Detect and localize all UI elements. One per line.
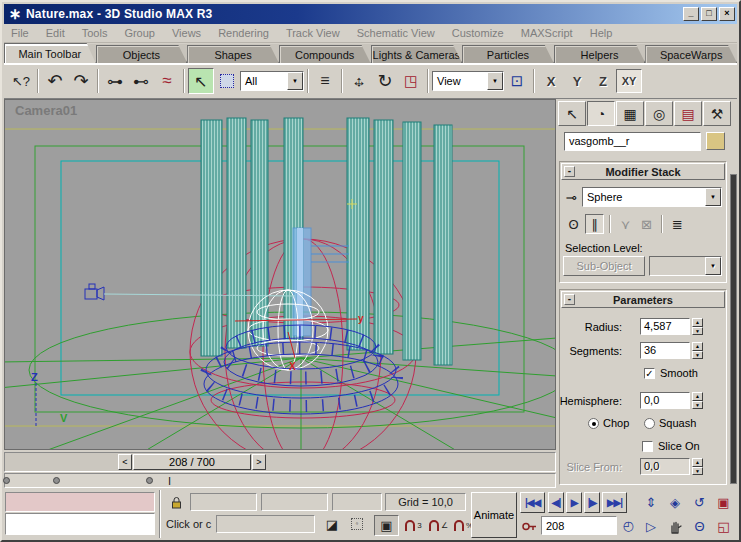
- parameters-header[interactable]: - Parameters: [561, 291, 725, 308]
- smooth-checkbox[interactable]: ✓: [644, 368, 655, 379]
- select-and-move-button[interactable]: ↔ ↕: [346, 68, 372, 94]
- panel-tab-hierarchy[interactable]: ▦: [616, 101, 644, 126]
- arc-rotate-button[interactable]: Θ: [689, 516, 710, 537]
- snap-3d-button[interactable]: 3: [402, 515, 424, 536]
- unlink-selection-button[interactable]: ⊷: [128, 68, 154, 94]
- maxscript-listener-top[interactable]: [5, 492, 155, 512]
- edit-stack-button[interactable]: ≣: [668, 214, 687, 234]
- animate-button[interactable]: Animate: [471, 492, 517, 538]
- zoom-all-button[interactable]: ↺: [689, 492, 710, 513]
- panel-scrollbar[interactable]: [730, 174, 737, 484]
- hemisphere-spinner[interactable]: ▲ ▼: [692, 392, 703, 409]
- spin-up-icon[interactable]: ▲: [692, 318, 703, 327]
- radius-field[interactable]: 4,587: [640, 318, 690, 335]
- play-button[interactable]: ▶: [566, 492, 582, 513]
- angle-snap-button[interactable]: ∠: [427, 515, 449, 536]
- viewport-label[interactable]: Camera01: [15, 103, 77, 118]
- snap-toggle-button[interactable]: ▣: [374, 515, 399, 536]
- select-and-rotate-button[interactable]: ↻: [372, 68, 398, 94]
- hemisphere-field[interactable]: 0,0: [640, 392, 690, 409]
- radius-spinner[interactable]: ▲ ▼: [692, 318, 703, 335]
- time-slider-thumb[interactable]: 208 / 700: [133, 454, 251, 470]
- slice-on-checkbox[interactable]: [642, 441, 653, 452]
- tab-objects[interactable]: Objects: [96, 45, 188, 63]
- tab-helpers[interactable]: Helpers: [554, 45, 646, 63]
- keyframe-dot[interactable]: [146, 477, 153, 484]
- modifier-stack-dropdown[interactable]: Sphere ▼: [582, 187, 722, 207]
- min-max-toggle-button[interactable]: ◱: [713, 516, 734, 537]
- select-and-link-button[interactable]: ⊶: [102, 68, 128, 94]
- modifier-stack-header[interactable]: - Modifier Stack: [561, 163, 725, 180]
- menu-views[interactable]: Views: [172, 27, 201, 39]
- track-bar[interactable]: I: [4, 473, 556, 488]
- zoom-button[interactable]: ⇕: [641, 492, 661, 513]
- redo-button[interactable]: ↷: [68, 68, 94, 94]
- object-name-field[interactable]: vasgomb__r: [564, 132, 701, 151]
- remove-modifier-button[interactable]: ⊠: [637, 214, 656, 234]
- spin-down-icon[interactable]: ▼: [692, 351, 703, 360]
- tab-particles[interactable]: Particles: [462, 45, 554, 63]
- undo-button[interactable]: ↶: [42, 68, 68, 94]
- bind-to-spacewarp-button[interactable]: ≈: [154, 68, 180, 94]
- keyframe-dot[interactable]: [3, 477, 10, 484]
- panel-tab-modify[interactable]: ◔: [587, 101, 615, 126]
- sub-object-button[interactable]: Sub-Object: [563, 256, 645, 276]
- field-of-view-button[interactable]: ▷: [641, 516, 661, 537]
- spin-up-icon[interactable]: ▲: [692, 392, 703, 401]
- prev-frame-button[interactable]: ◀|: [548, 492, 564, 513]
- maximize-button[interactable]: □: [701, 7, 717, 21]
- collapse-icon[interactable]: -: [564, 166, 575, 177]
- minimize-button[interactable]: _: [683, 7, 699, 21]
- region-zoom-button[interactable]: ▣: [713, 492, 734, 513]
- restrict-z-button[interactable]: Z: [590, 69, 616, 93]
- current-frame-field[interactable]: 208: [541, 516, 617, 535]
- zoom-extents-all-button[interactable]: ◈: [664, 492, 686, 513]
- pan-button[interactable]: [664, 516, 686, 537]
- camera-viewport[interactable]: Camera01: [4, 99, 556, 450]
- close-button[interactable]: ×: [719, 7, 735, 21]
- tab-compounds[interactable]: Compounds: [279, 45, 371, 63]
- chop-radio[interactable]: [588, 418, 599, 429]
- menu-group[interactable]: Group: [124, 27, 155, 39]
- tab-spacewarps[interactable]: SpaceWarps: [645, 45, 737, 63]
- time-next-button[interactable]: >: [252, 454, 266, 470]
- panel-tab-motion[interactable]: ◎: [645, 101, 673, 126]
- segments-field[interactable]: 36: [640, 342, 690, 359]
- maxscript-listener-input[interactable]: [5, 513, 155, 535]
- menu-customize[interactable]: Customize: [452, 27, 504, 39]
- select-object-button[interactable]: ↖: [188, 68, 214, 94]
- go-to-end-button[interactable]: ▶▶|: [602, 492, 627, 513]
- spin-up-icon[interactable]: ▲: [692, 342, 703, 351]
- panel-tab-display[interactable]: ▤: [674, 101, 702, 126]
- tab-shapes[interactable]: Shapes: [187, 45, 279, 63]
- keyframe-dot[interactable]: [53, 477, 60, 484]
- menu-edit[interactable]: Edit: [46, 27, 65, 39]
- collapse-icon[interactable]: -: [564, 294, 575, 305]
- menu-help[interactable]: Help: [590, 27, 613, 39]
- go-to-start-button[interactable]: |◀◀: [520, 492, 545, 513]
- show-end-result-button[interactable]: ∥: [585, 214, 604, 234]
- panel-tab-utilities[interactable]: ⚒: [703, 101, 731, 126]
- spin-down-icon[interactable]: ▼: [692, 327, 703, 336]
- select-and-scale-button[interactable]: ◳: [398, 68, 424, 94]
- make-unique-button[interactable]: ⋎: [616, 214, 635, 234]
- tab-main-toolbar[interactable]: Main Toolbar: [4, 43, 96, 63]
- degradation-override-button[interactable]: ◪: [322, 515, 342, 533]
- time-slider[interactable]: < 208 / 700 >: [4, 452, 556, 472]
- selection-lock-toggle[interactable]: [167, 493, 185, 511]
- menu-file[interactable]: File: [11, 27, 29, 39]
- coord-system-dropdown[interactable]: View ▼: [432, 71, 504, 91]
- squash-radio[interactable]: [644, 418, 655, 429]
- restrict-xy-button[interactable]: XY: [616, 69, 642, 93]
- key-mode-button[interactable]: [520, 517, 538, 535]
- panel-tab-create[interactable]: ↖: [558, 101, 586, 126]
- crossing-selection-button[interactable]: ◦: [347, 515, 367, 533]
- spin-down-icon[interactable]: ▼: [692, 401, 703, 410]
- sub-object-level-dropdown[interactable]: ▼: [649, 256, 722, 276]
- next-frame-button[interactable]: |▶: [584, 492, 600, 513]
- select-by-name-button[interactable]: ≡: [312, 68, 338, 94]
- selection-region-button[interactable]: [214, 68, 240, 94]
- menu-schematic-view[interactable]: Schematic View: [357, 27, 435, 39]
- tab-lights-cameras[interactable]: Lights & Cameras: [371, 45, 463, 63]
- menu-tools[interactable]: Tools: [82, 27, 108, 39]
